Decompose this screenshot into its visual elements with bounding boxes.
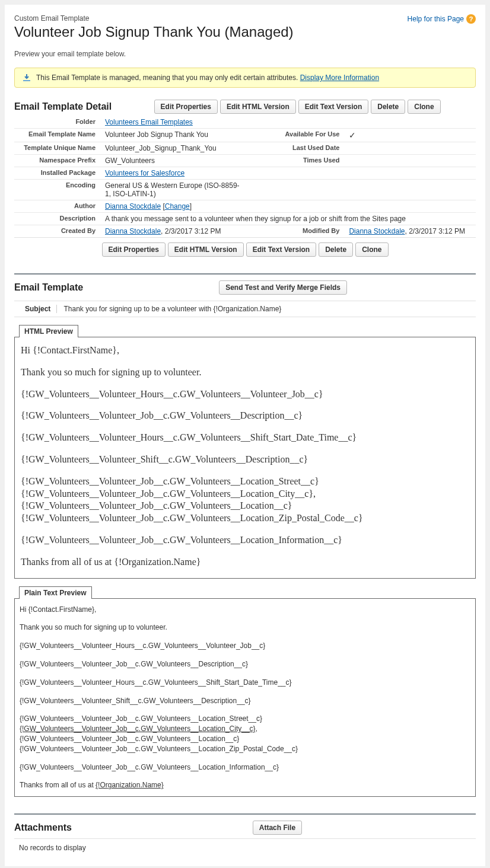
value-times-used: [344, 155, 476, 167]
help-link-label: Help for this Page: [408, 15, 464, 23]
html-merge-1: {!GW_Volunteers__Volunteer_Hours__c.GW_V…: [21, 388, 469, 401]
help-link[interactable]: Help for this Page ?: [408, 14, 476, 24]
plain-loc-4: {!GW_Volunteers__Volunteer_Job__c.GW_Vol…: [20, 744, 470, 754]
value-name: Volunteer Job Signup Thank You: [100, 129, 249, 142]
plain-greeting: Hi {!Contact.FirstName},: [20, 605, 470, 615]
html-greeting: Hi {!Contact.FirstName},: [21, 344, 469, 357]
attachments-button-row: Attach File: [79, 821, 476, 835]
available-check-icon: ✓: [349, 130, 356, 140]
plain-closing: Thanks from all of us at {!Organization.…: [20, 780, 470, 790]
plain-merge-4: {!GW_Volunteers__Volunteer_Shift__c.GW_V…: [20, 696, 470, 706]
subject-row: Subject Thank you for signing up to be a…: [14, 301, 476, 317]
html-loc-2: {!GW_Volunteers__Volunteer_Job__c.GW_Vol…: [21, 488, 469, 500]
plain-preview-label: Plain Text Preview: [19, 586, 92, 599]
value-description: A thank you message sent to a volunteer …: [100, 213, 476, 225]
value-last-used: [344, 142, 476, 155]
plain-loc-2: {!GW_Volunteers__Volunteer_Job__c.GW_Vol…: [20, 724, 470, 734]
edit-html-button-2[interactable]: Edit HTML Version: [168, 242, 244, 257]
template-section-title: Email Template: [14, 282, 83, 293]
edit-text-button[interactable]: Edit Text Version: [298, 100, 368, 114]
author-link[interactable]: Dianna Stockdale: [105, 202, 161, 210]
html-loc-3: {!GW_Volunteers__Volunteer_Job__c.GW_Vol…: [21, 500, 469, 512]
label-package: Installed Package: [14, 167, 100, 180]
plain-loc-2-link[interactable]: {!GW_Volunteers__Volunteer_Job__c.GW_Vol…: [20, 725, 256, 733]
svg-rect-0: [23, 80, 30, 81]
modified-date: , 2/3/2017 3:12 PM: [405, 227, 465, 235]
delete-button[interactable]: Delete: [371, 100, 405, 114]
plain-thanks: Thank you so much for signing up to volu…: [20, 623, 470, 633]
clone-button[interactable]: Clone: [408, 100, 440, 114]
html-thanks: Thank you so much for signing up to volu…: [21, 366, 469, 379]
section-divider: [14, 273, 476, 275]
label-description: Description: [14, 213, 100, 225]
value-unique-name: Volunteer_Job_Signup_Thank_You: [100, 142, 249, 155]
edit-text-button-2[interactable]: Edit Text Version: [246, 242, 316, 257]
plain-merge-3: {!GW_Volunteers__Volunteer_Hours__c.GW_V…: [20, 678, 470, 688]
detail-button-row-bottom: Edit Properties Edit HTML Version Edit T…: [14, 242, 476, 257]
label-folder: Folder: [14, 116, 100, 129]
label-created-by: Created By: [14, 225, 100, 238]
edit-html-button[interactable]: Edit HTML Version: [220, 100, 296, 114]
folder-link[interactable]: Volunteers Email Templates: [105, 118, 193, 126]
created-by-link[interactable]: Dianna Stockdale: [105, 227, 161, 235]
plain-preview-box: Hi {!Contact.FirstName}, Thank you so mu…: [14, 598, 476, 797]
html-preview-label: HTML Preview: [19, 325, 78, 337]
delete-button-2[interactable]: Delete: [319, 242, 353, 257]
display-more-link[interactable]: Display More Information: [300, 74, 379, 82]
attachments-section-title: Attachments: [14, 822, 72, 833]
section-divider-2: [14, 813, 476, 815]
html-preview-box: Hi {!Contact.FirstName}, Thank you so mu…: [14, 337, 476, 579]
html-loc-4: {!GW_Volunteers__Volunteer_Job__c.GW_Vol…: [21, 512, 469, 525]
subject-label: Subject: [25, 305, 57, 313]
html-loc-1: {!GW_Volunteers__Volunteer_Job__c.GW_Vol…: [21, 476, 469, 488]
edit-properties-button-2[interactable]: Edit Properties: [102, 242, 166, 257]
preview-description: Preview your email template below.: [14, 50, 476, 58]
page-title: Volunteer Job Signup Thank You (Managed): [14, 24, 294, 40]
download-icon: [22, 73, 31, 82]
edit-properties-button[interactable]: Edit Properties: [154, 100, 218, 114]
detail-table: Folder Volunteers Email Templates Email …: [14, 116, 476, 238]
plain-merge-1: {!GW_Volunteers__Volunteer_Hours__c.GW_V…: [20, 641, 470, 651]
label-author: Author: [14, 200, 100, 213]
plain-merge-2: {!GW_Volunteers__Volunteer_Job__c.GW_Vol…: [20, 659, 470, 669]
plain-loc-3: {!GW_Volunteers__Volunteer_Job__c.GW_Vol…: [20, 734, 470, 744]
managed-info-box: This Email Template is managed, meaning …: [14, 68, 476, 88]
label-modified-by: Modified By: [249, 225, 344, 238]
detail-button-row-top: Edit Properties Edit HTML Version Edit T…: [119, 100, 476, 114]
plain-loc-1: {!GW_Volunteers__Volunteer_Job__c.GW_Vol…: [20, 714, 470, 724]
clone-button-2[interactable]: Clone: [355, 242, 388, 257]
template-button-row: Send Test and Verify Merge Fields: [90, 280, 476, 295]
html-merge-4: {!GW_Volunteers__Volunteer_Shift__c.GW_V…: [21, 454, 469, 466]
html-loc-info: {!GW_Volunteers__Volunteer_Job__c.GW_Vol…: [21, 534, 469, 547]
label-times-used: Times Used: [249, 155, 344, 167]
html-merge-3: {!GW_Volunteers__Volunteer_Hours__c.GW_V…: [21, 432, 469, 444]
attachments-empty: No records to display: [14, 838, 476, 857]
detail-section-title: Email Template Detail: [14, 101, 112, 112]
label-unique-name: Template Unique Name: [14, 142, 100, 155]
value-encoding: General US & Western Europe (ISO-8859-1,…: [100, 180, 249, 200]
label-available: Available For Use: [249, 129, 344, 142]
label-last-used: Last Used Date: [249, 142, 344, 155]
plain-org-link[interactable]: {!Organization.Name}: [96, 781, 164, 789]
label-name: Email Template Name: [14, 129, 100, 142]
attach-file-button[interactable]: Attach File: [253, 821, 302, 835]
value-namespace: GW_Volunteers: [100, 155, 249, 167]
html-closing: Thanks from all of us at {!Organization.…: [21, 556, 469, 569]
label-namespace: Namespace Prefix: [14, 155, 100, 167]
send-test-button[interactable]: Send Test and Verify Merge Fields: [219, 280, 347, 295]
label-encoding: Encoding: [14, 180, 100, 200]
info-text: This Email Template is managed, meaning …: [36, 74, 298, 82]
modified-by-link[interactable]: Dianna Stockdale: [349, 227, 405, 235]
html-merge-2: {!GW_Volunteers__Volunteer_Job__c.GW_Vol…: [21, 410, 469, 422]
author-change-link[interactable]: Change: [165, 202, 190, 210]
page-type: Custom Email Template: [14, 14, 294, 23]
plain-loc-info: {!GW_Volunteers__Volunteer_Job__c.GW_Vol…: [20, 762, 470, 773]
package-link[interactable]: Volunteers for Salesforce: [105, 169, 184, 177]
created-date: , 2/3/2017 3:12 PM: [161, 227, 221, 235]
subject-value: Thank you for signing up to be a volunte…: [63, 305, 281, 313]
help-icon: ?: [466, 14, 476, 24]
